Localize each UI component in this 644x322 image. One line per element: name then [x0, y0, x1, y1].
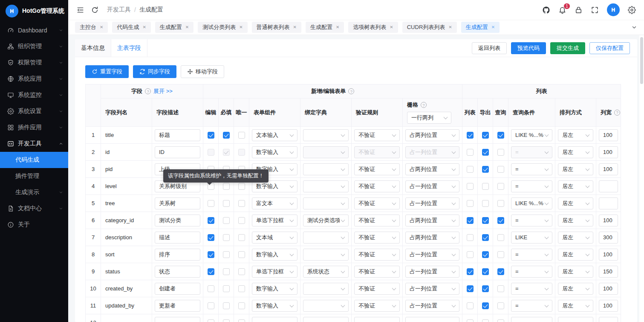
tab-item[interactable]: CUDR列表列表✕ [402, 22, 457, 33]
field-desc-input[interactable]: 排序 [155, 249, 200, 261]
rule-select[interactable]: 不验证 [354, 215, 400, 226]
close-icon[interactable]: ✕ [185, 25, 189, 29]
grid-select[interactable]: 占一列位置 [405, 197, 459, 209]
sidebar-item-docs[interactable]: 文档中心 [0, 200, 68, 217]
width-input[interactable]: 100 [599, 146, 618, 158]
component-select[interactable]: 数字输入 [252, 249, 297, 261]
rule-select[interactable]: 不验证 [354, 129, 400, 141]
field-desc-input[interactable]: 标题 [155, 129, 200, 141]
dict-select[interactable]: 系统状态 [303, 266, 349, 278]
scrollbar-track[interactable] [639, 35, 644, 322]
reset-fields-button[interactable]: 重置字段 [85, 65, 129, 78]
sort-select[interactable]: 居左 [558, 249, 593, 261]
dict-select[interactable] [303, 163, 349, 175]
component-select[interactable]: 文本输入 [252, 129, 297, 141]
card-tab[interactable]: 主表字段 [111, 39, 147, 57]
app-logo[interactable]: HotGo管理系统 [0, 0, 68, 22]
export-checkbox[interactable] [482, 166, 489, 173]
dict-select[interactable] [303, 146, 349, 158]
tab-item[interactable]: 选项树表列表✕ [348, 22, 398, 33]
sort-select[interactable]: 居左 [558, 163, 593, 175]
info-icon[interactable] [348, 88, 354, 94]
query-cond-select[interactable]: LIKE %...% [511, 129, 552, 141]
notifications-button[interactable]: 1 [558, 6, 566, 14]
info-icon[interactable] [614, 110, 620, 116]
unique-checkbox[interactable] [238, 132, 245, 139]
menu-collapse-icon[interactable] [76, 6, 84, 14]
edit-checkbox[interactable] [208, 200, 214, 207]
breadcrumb-item[interactable]: 开发工具 [107, 6, 131, 14]
width-input[interactable]: 100 [599, 163, 618, 175]
close-icon[interactable]: ✕ [239, 25, 243, 29]
dict-select[interactable] [303, 232, 349, 244]
export-checkbox[interactable] [482, 234, 489, 241]
sort-select[interactable]: 居左 [558, 197, 593, 209]
edit-checkbox[interactable] [208, 285, 214, 292]
query-checkbox[interactable] [497, 217, 504, 224]
export-checkbox[interactable] [482, 217, 489, 224]
unique-checkbox[interactable] [238, 234, 245, 241]
unique-checkbox[interactable] [238, 200, 245, 207]
sidebar-item-code-gen[interactable]: 代码生成 [0, 152, 68, 168]
field-desc-input[interactable] [155, 317, 200, 322]
rule-select[interactable]: 不验证 [354, 163, 400, 175]
close-icon[interactable]: ✕ [100, 25, 103, 29]
submit-generate-button[interactable]: 提交生成 [550, 42, 585, 54]
sort-select[interactable]: 居左 [558, 232, 593, 244]
grid-select[interactable]: 占一列位置 [405, 266, 459, 278]
width-input[interactable]: 150 [599, 266, 618, 278]
required-checkbox[interactable] [223, 251, 230, 258]
query-checkbox[interactable] [497, 302, 504, 309]
sidebar-item-org[interactable]: 组织管理 [0, 38, 68, 55]
rule-select[interactable]: 不验证 [354, 197, 400, 209]
list-checkbox[interactable] [467, 217, 474, 224]
component-select[interactable]: 数字输入 [252, 283, 297, 295]
list-checkbox[interactable] [467, 319, 474, 322]
field-desc-input[interactable]: 关系树 [155, 197, 200, 209]
grid-select[interactable]: 占两列位置 [405, 215, 459, 226]
list-checkbox[interactable] [467, 149, 474, 156]
unique-checkbox[interactable] [238, 319, 245, 322]
component-select[interactable]: 文本域 [252, 232, 297, 244]
sort-select[interactable]: 居左 [558, 129, 593, 141]
required-checkbox[interactable] [223, 285, 230, 292]
sidebar-item-system-app[interactable]: 系统应用 [0, 71, 68, 87]
grid-select[interactable]: 占一列位置 [405, 283, 459, 295]
edit-checkbox[interactable] [208, 319, 214, 322]
sidebar-item-plugin-app[interactable]: 插件应用 [0, 119, 68, 136]
sidebar-item-system-settings[interactable]: 系统设置 [0, 103, 68, 119]
gear-icon[interactable] [628, 6, 636, 14]
rule-select[interactable]: 不验证 [354, 300, 400, 312]
lock-icon[interactable] [575, 6, 583, 14]
github-icon[interactable] [542, 6, 550, 14]
rule-select[interactable]: 不验证 [354, 180, 400, 192]
dict-select[interactable] [303, 300, 349, 312]
save-config-button[interactable]: 仅保存配置 [589, 42, 630, 54]
export-checkbox[interactable] [482, 132, 489, 139]
query-checkbox[interactable] [497, 285, 504, 292]
list-checkbox[interactable] [467, 132, 474, 139]
sidebar-item-gen-demo[interactable]: 生成演示 [0, 184, 68, 200]
required-checkbox[interactable] [223, 200, 230, 207]
chevron-down-icon[interactable] [631, 24, 637, 30]
field-desc-input[interactable]: ID [155, 146, 200, 158]
grid-select[interactable]: 占两列位置 [405, 232, 459, 244]
required-checkbox[interactable] [223, 217, 230, 224]
width-input[interactable]: 100 [599, 215, 618, 226]
sidebar-item-about[interactable]: 关于 [0, 217, 68, 233]
export-checkbox[interactable] [482, 302, 489, 309]
export-checkbox[interactable] [482, 183, 489, 190]
sort-select[interactable]: 居左 [558, 215, 593, 226]
sync-fields-button[interactable]: 同步字段 [133, 65, 176, 78]
query-checkbox[interactable] [497, 319, 504, 322]
query-checkbox[interactable] [497, 268, 504, 275]
dict-select[interactable] [303, 180, 349, 192]
rule-select[interactable]: 不验证 [354, 146, 400, 158]
sidebar-item-dev-tools[interactable]: 开发工具 [0, 136, 68, 152]
list-checkbox[interactable] [467, 183, 474, 190]
width-input[interactable] [599, 197, 618, 209]
unique-checkbox[interactable] [238, 268, 245, 275]
export-checkbox[interactable] [482, 268, 489, 275]
tab-item[interactable]: 生成配置✕ [461, 22, 500, 33]
edit-checkbox[interactable] [208, 217, 214, 224]
